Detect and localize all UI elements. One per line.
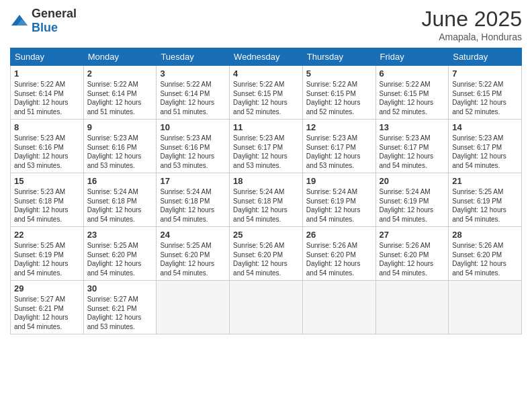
table-row: 11Sunrise: 5:23 AMSunset: 6:17 PMDayligh… [230, 120, 303, 173]
logo-general: General [32, 7, 77, 20]
day-info: Sunrise: 5:22 AMSunset: 6:15 PMDaylight:… [233, 80, 299, 116]
location: Amapala, Honduras [422, 32, 522, 42]
day-info: Sunrise: 5:25 AMSunset: 6:19 PMDaylight:… [14, 241, 80, 277]
day-info: Sunrise: 5:24 AMSunset: 6:18 PMDaylight:… [87, 187, 153, 224]
header-wednesday: Wednesday [230, 48, 303, 66]
logo-text: General Blue [32, 7, 77, 35]
day-info: Sunrise: 5:22 AMSunset: 6:15 PMDaylight:… [452, 80, 518, 116]
table-row: 5Sunrise: 5:22 AMSunset: 6:15 PMDaylight… [302, 66, 375, 120]
day-info: Sunrise: 5:23 AMSunset: 6:17 PMDaylight:… [233, 134, 299, 170]
page-container: General Blue June 2025 Amapala, Honduras… [0, 0, 532, 341]
day-number: 4 [233, 68, 299, 79]
day-number: 7 [452, 68, 518, 79]
day-number: 22 [14, 230, 80, 240]
day-info: Sunrise: 5:26 AMSunset: 6:20 PMDaylight:… [233, 241, 299, 277]
day-number: 15 [14, 176, 80, 186]
table-row: 16Sunrise: 5:24 AMSunset: 6:18 PMDayligh… [83, 173, 157, 227]
day-number: 3 [160, 68, 226, 79]
day-info: Sunrise: 5:23 AMSunset: 6:16 PMDaylight:… [160, 134, 226, 170]
day-info: Sunrise: 5:25 AMSunset: 6:20 PMDaylight:… [87, 241, 153, 277]
day-number: 23 [87, 230, 153, 240]
table-row: 18Sunrise: 5:24 AMSunset: 6:18 PMDayligh… [230, 173, 303, 227]
table-row: 25Sunrise: 5:26 AMSunset: 6:20 PMDayligh… [230, 227, 303, 281]
day-number: 8 [14, 122, 80, 132]
table-row: 13Sunrise: 5:23 AMSunset: 6:17 PMDayligh… [375, 120, 449, 173]
table-row: 21Sunrise: 5:25 AMSunset: 6:19 PMDayligh… [449, 173, 522, 227]
table-row [157, 281, 230, 334]
table-row: 6Sunrise: 5:22 AMSunset: 6:15 PMDaylight… [375, 66, 449, 120]
table-row: 26Sunrise: 5:26 AMSunset: 6:20 PMDayligh… [302, 227, 375, 281]
title-area: June 2025 Amapala, Honduras [422, 7, 522, 42]
header: General Blue June 2025 Amapala, Honduras [10, 7, 522, 42]
day-number: 6 [380, 68, 445, 79]
calendar-table: Sunday Monday Tuesday Wednesday Thursday… [10, 48, 522, 334]
calendar-row: 15Sunrise: 5:23 AMSunset: 6:18 PMDayligh… [11, 173, 522, 227]
day-number: 1 [14, 68, 80, 79]
table-row: 28Sunrise: 5:26 AMSunset: 6:20 PMDayligh… [449, 227, 522, 281]
day-number: 19 [306, 176, 372, 186]
month-title: June 2025 [422, 7, 522, 32]
table-row: 8Sunrise: 5:23 AMSunset: 6:16 PMDaylight… [11, 120, 84, 173]
day-info: Sunrise: 5:23 AMSunset: 6:17 PMDaylight:… [306, 134, 372, 170]
day-info: Sunrise: 5:25 AMSunset: 6:19 PMDaylight:… [452, 187, 518, 224]
day-info: Sunrise: 5:26 AMSunset: 6:20 PMDaylight:… [306, 241, 372, 277]
day-number: 28 [452, 230, 518, 240]
day-number: 13 [380, 122, 445, 132]
table-row: 23Sunrise: 5:25 AMSunset: 6:20 PMDayligh… [83, 227, 157, 281]
logo-icon [10, 13, 29, 28]
day-info: Sunrise: 5:22 AMSunset: 6:14 PMDaylight:… [14, 80, 80, 116]
day-info: Sunrise: 5:22 AMSunset: 6:15 PMDaylight:… [306, 80, 372, 116]
table-row: 22Sunrise: 5:25 AMSunset: 6:19 PMDayligh… [11, 227, 84, 281]
table-row: 20Sunrise: 5:24 AMSunset: 6:19 PMDayligh… [375, 173, 449, 227]
day-info: Sunrise: 5:25 AMSunset: 6:20 PMDaylight:… [160, 241, 226, 277]
table-row: 12Sunrise: 5:23 AMSunset: 6:17 PMDayligh… [302, 120, 375, 173]
table-row: 19Sunrise: 5:24 AMSunset: 6:19 PMDayligh… [302, 173, 375, 227]
header-tuesday: Tuesday [157, 48, 230, 66]
day-info: Sunrise: 5:22 AMSunset: 6:14 PMDaylight:… [87, 80, 153, 116]
header-saturday: Saturday [449, 48, 522, 66]
table-row: 24Sunrise: 5:25 AMSunset: 6:20 PMDayligh… [157, 227, 230, 281]
day-info: Sunrise: 5:24 AMSunset: 6:19 PMDaylight:… [306, 187, 372, 224]
day-info: Sunrise: 5:22 AMSunset: 6:15 PMDaylight:… [380, 80, 445, 116]
table-row: 3Sunrise: 5:22 AMSunset: 6:14 PMDaylight… [157, 66, 230, 120]
logo: General Blue [10, 7, 77, 35]
logo-blue: Blue [32, 21, 58, 34]
day-number: 18 [233, 176, 299, 186]
day-number: 21 [452, 176, 518, 186]
day-info: Sunrise: 5:24 AMSunset: 6:19 PMDaylight:… [380, 187, 445, 224]
day-number: 14 [452, 122, 518, 132]
calendar-row: 8Sunrise: 5:23 AMSunset: 6:16 PMDaylight… [11, 120, 522, 173]
calendar-row: 22Sunrise: 5:25 AMSunset: 6:19 PMDayligh… [11, 227, 522, 281]
table-row: 2Sunrise: 5:22 AMSunset: 6:14 PMDaylight… [83, 66, 157, 120]
day-info: Sunrise: 5:26 AMSunset: 6:20 PMDaylight:… [452, 241, 518, 277]
table-row: 29Sunrise: 5:27 AMSunset: 6:21 PMDayligh… [11, 281, 84, 334]
day-info: Sunrise: 5:23 AMSunset: 6:17 PMDaylight:… [452, 134, 518, 170]
header-sunday: Sunday [11, 48, 84, 66]
day-info: Sunrise: 5:24 AMSunset: 6:18 PMDaylight:… [233, 187, 299, 224]
day-number: 2 [87, 68, 153, 79]
day-number: 20 [380, 176, 445, 186]
day-number: 30 [87, 283, 153, 293]
day-info: Sunrise: 5:23 AMSunset: 6:17 PMDaylight:… [380, 134, 445, 170]
day-number: 17 [160, 176, 226, 186]
day-number: 10 [160, 122, 226, 132]
calendar-row: 29Sunrise: 5:27 AMSunset: 6:21 PMDayligh… [11, 281, 522, 334]
table-row: 17Sunrise: 5:24 AMSunset: 6:18 PMDayligh… [157, 173, 230, 227]
table-row: 14Sunrise: 5:23 AMSunset: 6:17 PMDayligh… [449, 120, 522, 173]
day-number: 29 [14, 283, 80, 293]
day-number: 24 [160, 230, 226, 240]
table-row: 30Sunrise: 5:27 AMSunset: 6:21 PMDayligh… [83, 281, 157, 334]
day-number: 27 [380, 230, 445, 240]
header-thursday: Thursday [302, 48, 375, 66]
day-info: Sunrise: 5:24 AMSunset: 6:18 PMDaylight:… [160, 187, 226, 224]
day-info: Sunrise: 5:22 AMSunset: 6:14 PMDaylight:… [160, 80, 226, 116]
table-row: 9Sunrise: 5:23 AMSunset: 6:16 PMDaylight… [83, 120, 157, 173]
day-info: Sunrise: 5:23 AMSunset: 6:18 PMDaylight:… [14, 187, 80, 224]
day-number: 16 [87, 176, 153, 186]
day-number: 5 [306, 68, 372, 79]
day-info: Sunrise: 5:27 AMSunset: 6:21 PMDaylight:… [87, 295, 153, 331]
table-row: 7Sunrise: 5:22 AMSunset: 6:15 PMDaylight… [449, 66, 522, 120]
table-row: 15Sunrise: 5:23 AMSunset: 6:18 PMDayligh… [11, 173, 84, 227]
table-row: 10Sunrise: 5:23 AMSunset: 6:16 PMDayligh… [157, 120, 230, 173]
table-row [449, 281, 522, 334]
